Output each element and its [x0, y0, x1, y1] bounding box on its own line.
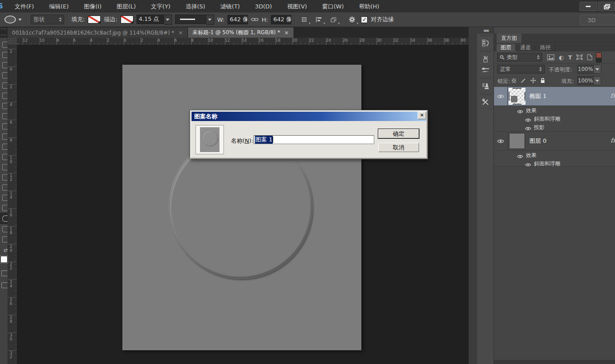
blur-tool-icon[interactable] — [0, 162, 8, 172]
stroke-swatch[interactable] — [121, 16, 133, 23]
move-tool-icon[interactable] — [0, 39, 8, 50]
fill-value[interactable]: 100% — [577, 76, 594, 85]
eyedropper-tool-icon[interactable] — [0, 90, 8, 101]
menu-window[interactable]: 窗口(W) — [314, 0, 351, 12]
close-tab-icon[interactable]: × — [178, 30, 183, 35]
pattern-name-input[interactable]: 图案 1 — [254, 135, 374, 144]
tab-histogram[interactable]: 直方图 — [497, 34, 521, 43]
layer-row-layer-0[interactable]: 图层 0 fx — [494, 131, 615, 151]
tool-presets-panel-button[interactable] — [477, 93, 494, 109]
filter-shape-layers-icon[interactable] — [576, 55, 583, 60]
dodge-tool-icon[interactable] — [0, 172, 8, 182]
fill-swatch[interactable] — [88, 16, 101, 23]
crop-tool-icon[interactable] — [0, 80, 8, 90]
effect-bevel-emboss-row[interactable]: 斜面和浮雕 — [494, 114, 615, 123]
rectangular-marquee-tool-icon[interactable] — [0, 50, 8, 60]
visibility-eye-icon[interactable] — [497, 139, 504, 144]
document-tab-untitled[interactable]: 未标题-1 @ 50% (椭圆 1, RGB/8) * × — [188, 27, 294, 38]
ok-button[interactable]: 确定 — [378, 129, 419, 138]
lock-all-icon[interactable] — [541, 78, 545, 83]
effects-row[interactable]: 效果 — [494, 106, 615, 114]
geometry-options-button[interactable] — [346, 14, 358, 25]
tab-bar-gripper-icon[interactable] — [1, 28, 6, 35]
brush-tool-icon[interactable] — [0, 111, 8, 121]
path-alignment-button[interactable] — [313, 14, 325, 25]
document-tab-jpg[interactable]: 001b1cc7af7a905216b81626c3c8acf.jpg @ 11… — [8, 27, 188, 38]
quick-mask-button-icon[interactable] — [1, 270, 8, 276]
menu-edit[interactable]: 编辑(E) — [42, 0, 76, 12]
filter-smart-objects-icon[interactable] — [587, 54, 592, 60]
spot-healing-brush-tool-icon[interactable] — [0, 101, 8, 111]
minimize-button[interactable] — [580, 2, 597, 11]
layer-fx-badge[interactable]: fx — [611, 137, 615, 144]
close-tab-icon[interactable]: × — [284, 30, 289, 35]
layer-thumbnail[interactable] — [509, 133, 525, 149]
effect-drop-shadow-row[interactable]: 投影 — [494, 123, 615, 131]
visibility-cell[interactable] — [494, 132, 508, 150]
layer-name[interactable]: 椭圆 1 — [529, 92, 546, 100]
filter-adjustment-layers-icon[interactable]: ◐ — [559, 55, 564, 60]
lock-transparency-icon[interactable] — [512, 78, 516, 83]
fill-dropdown-icon[interactable] — [594, 76, 601, 85]
document-canvas[interactable] — [122, 65, 361, 350]
dialog-close-button[interactable]: × — [418, 112, 426, 119]
menu-help[interactable]: 帮助(H) — [351, 0, 387, 12]
lock-image-brush-icon[interactable] — [521, 78, 526, 83]
menu-3d[interactable]: 3D(D) — [247, 0, 279, 12]
menu-select[interactable]: 选择(S) — [178, 0, 212, 12]
shape-width-field[interactable]: 642 像素 — [227, 15, 248, 24]
tool-mode-dropdown[interactable]: 形状 — [31, 15, 64, 24]
layer-row-ellipse-1[interactable]: 椭圆 1 fx — [494, 87, 615, 106]
menu-image[interactable]: 图像(I) — [76, 0, 109, 12]
history-brush-tool-icon[interactable] — [0, 131, 8, 141]
blend-mode-dropdown[interactable]: 正常 — [497, 65, 545, 74]
shape-height-field[interactable]: 642 像素 — [271, 15, 291, 24]
layer-filtering-toggle[interactable] — [596, 52, 602, 63]
menu-view[interactable]: 视图(V) — [279, 0, 314, 12]
hand-tool-icon[interactable] — [0, 224, 8, 234]
path-selection-tool-icon[interactable] — [0, 203, 8, 213]
adjustments-panel-button[interactable] — [477, 34, 494, 50]
layer-thumbnail[interactable] — [509, 88, 525, 104]
stroke-width-field[interactable]: 4.15 点 — [137, 15, 164, 24]
canvas-area[interactable] — [17, 45, 469, 364]
menu-filter[interactable]: 滤镜(T) — [213, 0, 247, 12]
gradient-tool-icon[interactable] — [0, 152, 8, 162]
clone-stamp-tool-icon[interactable] — [0, 121, 8, 131]
filter-type-dropdown[interactable]: 类型 — [497, 53, 542, 62]
filter-pixel-layers-icon[interactable] — [547, 55, 554, 60]
ellipse-tool-icon[interactable] — [0, 213, 8, 224]
link-dimensions-icon[interactable] — [251, 17, 259, 22]
dialog-title-bar[interactable]: 图案名称 — [192, 112, 426, 121]
menu-file[interactable]: 文件(F) — [7, 0, 42, 12]
swap-colors-icon[interactable]: ⇄ — [1, 248, 8, 253]
foreground-color-swatch[interactable] — [0, 256, 8, 263]
collapse-panels-icon[interactable]: «« — [483, 27, 489, 34]
restore-button[interactable] — [598, 2, 615, 11]
visibility-cell[interactable] — [494, 87, 508, 106]
stroke-style-field[interactable] — [175, 15, 206, 24]
opacity-dropdown-icon[interactable] — [594, 65, 601, 74]
lasso-tool-icon[interactable] — [0, 60, 8, 70]
filter-type-layers-icon[interactable]: T — [568, 54, 572, 61]
tab-channels[interactable]: 通道 — [516, 44, 535, 51]
zoom-tool-icon[interactable] — [0, 234, 8, 244]
cancel-button[interactable]: 取消 — [378, 143, 419, 152]
path-arrangement-button[interactable] — [328, 14, 339, 25]
tab-layers[interactable]: 图层 — [497, 44, 515, 51]
quick-selection-tool-icon[interactable] — [0, 70, 8, 80]
layer-name[interactable]: 图层 0 — [529, 137, 546, 145]
opacity-value[interactable]: 100% — [577, 65, 594, 74]
stroke-width-dropdown[interactable] — [164, 15, 172, 25]
dock-resize-gutter[interactable] — [469, 27, 477, 364]
lock-position-icon[interactable] — [530, 78, 536, 83]
tool-preset-picker[interactable] — [3, 16, 24, 23]
pen-tool-icon[interactable] — [0, 182, 8, 192]
visibility-eye-icon[interactable] — [497, 94, 504, 99]
screen-mode-button-icon[interactable] — [1, 282, 8, 288]
layer-fx-badge[interactable]: fx — [611, 92, 615, 99]
stroke-style-dropdown[interactable] — [206, 15, 214, 25]
ruler-origin-box[interactable] — [8, 38, 17, 45]
align-edges-checkbox[interactable]: ✓ — [361, 16, 368, 23]
eraser-tool-icon[interactable] — [0, 141, 8, 152]
